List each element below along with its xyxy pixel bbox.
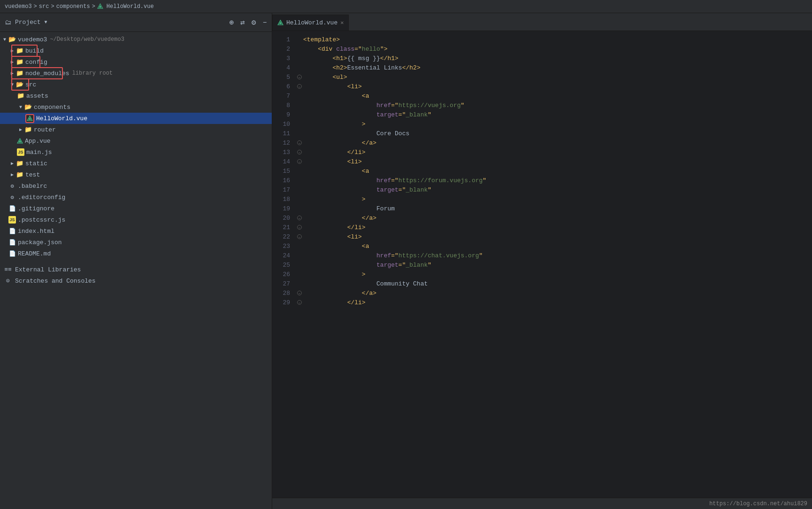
tree-item-readme[interactable]: 📄 README.md (0, 248, 272, 259)
tree-item-node-modules[interactable]: ▶ 📁 node_modules library root (0, 68, 272, 79)
fold-gutter-28[interactable]: – (296, 291, 303, 295)
js-icon-mainjs: JS (17, 148, 24, 156)
tree-item-indexhtml[interactable]: 📄 index.html (0, 225, 272, 237)
tree-item-mainjs[interactable]: JS main.js (0, 147, 272, 158)
tree-item-editorconfig[interactable]: ⚙ .editorconfig (0, 192, 272, 203)
tree-item-appvue[interactable]: App.vue (0, 135, 272, 147)
fold-icon-12[interactable]: – (297, 140, 302, 145)
fold-icon-22[interactable]: – (297, 234, 302, 239)
code-line-5: 5 – <ul> (272, 72, 812, 82)
code-line-9: 9 target="_blank" (272, 110, 812, 119)
arrow-config[interactable]: ▶ (8, 58, 16, 66)
minimize-icon[interactable]: – (262, 18, 267, 27)
fold-icon-6[interactable]: – (297, 84, 302, 89)
code-line-22: 22 – <li> (272, 232, 812, 241)
vue-icon-appvue (17, 138, 23, 144)
add-icon[interactable]: ⊕ (229, 18, 234, 27)
fold-gutter-22[interactable]: – (296, 234, 303, 239)
tree-item-static[interactable]: ▶ 📁 static (0, 158, 272, 169)
fold-icon-28[interactable]: – (297, 291, 302, 295)
label-config: config (25, 59, 47, 66)
arrow-test[interactable]: ▶ (8, 171, 16, 178)
fold-gutter-20[interactable]: – (296, 216, 303, 220)
tree-item-config[interactable]: ▶ 📁 config (0, 56, 272, 68)
code-content-8: href="https://vuejs.org" (303, 102, 803, 109)
fold-icon-21[interactable]: – (297, 225, 302, 230)
folder-icon-build: 📁 (16, 47, 23, 54)
code-line-24: 24 href="https://chat.vuejs.org" (272, 251, 812, 260)
arrow-root[interactable]: ▼ (1, 36, 8, 43)
fold-gutter-6[interactable]: – (296, 84, 303, 89)
fold-icon-20[interactable]: – (297, 216, 302, 220)
tree-item-gitignore[interactable]: 📄 .gitignore (0, 203, 272, 214)
folder-icon-root: 📂 (8, 36, 16, 43)
tree-item-helloworld[interactable]: HelloWorld.vue (0, 113, 272, 124)
tree-item-babelrc[interactable]: ⚙ .babelrc (0, 180, 272, 192)
file-icon-babelrc: ⚙ (8, 182, 16, 190)
folder-icon-config: 📁 (16, 58, 23, 66)
fold-gutter-21[interactable]: – (296, 225, 303, 230)
tree-item-root[interactable]: ▼ 📂 vuedemo3 ~/Desktop/web/vuedemo3 (0, 34, 272, 45)
arrow-build[interactable]: ▶ (8, 47, 16, 54)
sidebar-item-scratches[interactable]: ⊙ Scratches and Consoles (0, 275, 272, 286)
line-num-7: 7 (272, 93, 296, 100)
tree-item-components[interactable]: ▼ 📂 components (0, 101, 272, 113)
gear-icon[interactable]: ⚙ (252, 18, 256, 27)
status-url: https://blog.csdn.net/ahui829 (709, 501, 807, 507)
fold-gutter-29[interactable]: – (296, 300, 303, 305)
tree-item-postcssrc[interactable]: JS .postcssrc.js (0, 214, 272, 225)
code-content-21: </li> (303, 224, 803, 231)
code-line-7: 7 <a (272, 91, 812, 100)
code-editor[interactable]: 1 <template> 2 <div class="hello"> 3 <h1… (272, 31, 812, 498)
fold-icon-29[interactable]: – (297, 300, 302, 305)
arrow-src[interactable]: ▼ (8, 81, 16, 88)
fold-icon-13[interactable]: – (297, 150, 302, 154)
tree-item-packagejson[interactable]: 📄 package.json (0, 237, 272, 248)
label-root-path: ~/Desktop/web/vuedemo3 (50, 36, 124, 43)
breadcrumb-root[interactable]: vuedemo3 (5, 3, 32, 10)
sidebar-header-icons: ⊕ ⇄ ⚙ – (229, 18, 267, 27)
tab-helloworld[interactable]: HelloWorld.vue ✕ (272, 15, 349, 31)
folder-icon-node-modules: 📁 (16, 69, 23, 77)
line-num-16: 16 (272, 177, 296, 184)
code-content-5: <ul> (303, 74, 803, 81)
vue-icon-tab (277, 20, 283, 26)
code-content-17: target="_blank" (303, 186, 803, 193)
code-line-15: 15 <a (272, 166, 812, 176)
settings-alt-icon[interactable]: ⇄ (240, 18, 245, 27)
line-num-12: 12 (272, 139, 296, 147)
fold-gutter-14[interactable]: – (296, 159, 303, 164)
label-root: vuedemo3 (18, 36, 47, 43)
code-line-23: 23 <a (272, 241, 812, 251)
tab-close-helloworld[interactable]: ✕ (340, 19, 344, 26)
tree-item-src[interactable]: ▼ 📂 src (0, 79, 272, 90)
code-content-16: href="https://forum.vuejs.org" (303, 177, 803, 184)
arrow-router[interactable]: ▶ (17, 126, 24, 133)
breadcrumb-components[interactable]: components (56, 3, 90, 10)
sidebar-item-ext-libs[interactable]: ≡≡ External Libraries (0, 264, 272, 275)
fold-icon-5[interactable]: – (297, 75, 302, 79)
tree-item-build[interactable]: ▶ 📁 build (0, 45, 272, 56)
arrow-components[interactable]: ▼ (17, 103, 24, 111)
label-packagejson: package.json (18, 239, 62, 246)
label-src: src (25, 81, 36, 88)
arrow-static[interactable]: ▶ (8, 160, 16, 167)
code-line-4: 4 <h2>Essential Links</h2> (272, 63, 812, 72)
code-line-28: 28 – </a> (272, 288, 812, 298)
project-arrow[interactable]: ▼ (45, 20, 47, 25)
fold-icon-14[interactable]: – (297, 159, 302, 164)
tree-item-router[interactable]: ▶ 📁 router (0, 124, 272, 135)
fold-gutter-13[interactable]: – (296, 150, 303, 154)
bars-icon: ≡≡ (4, 265, 12, 274)
tree-item-assets[interactable]: 📁 assets (0, 90, 272, 101)
label-appvue: App.vue (25, 138, 51, 145)
breadcrumb-file: HelloWorld.vue (107, 3, 154, 10)
breadcrumb-src[interactable]: src (39, 3, 49, 10)
arrow-node-modules[interactable]: ▶ (8, 69, 16, 77)
fold-gutter-12[interactable]: – (296, 140, 303, 145)
tree-item-test[interactable]: ▶ 📁 test (0, 169, 272, 180)
folder-icon-router: 📁 (24, 126, 32, 133)
code-content-13: </li> (303, 149, 803, 156)
fold-gutter-5[interactable]: – (296, 75, 303, 79)
code-content-24: href="https://chat.vuejs.org" (303, 252, 803, 259)
